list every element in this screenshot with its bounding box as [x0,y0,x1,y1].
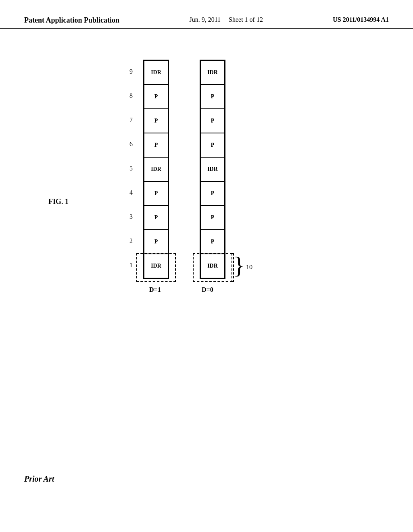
dashed-box-d0 [193,253,232,282]
label-10: 10 [246,264,252,271]
d1-frame-9: IDR [144,60,168,85]
d0-frame-2: P [200,230,225,254]
d1-frame-6: P [144,133,168,157]
row-num-9: 9 [125,60,137,84]
d0-frame-3: P [200,206,225,230]
row-num-1: 1 [125,253,137,277]
figure-label: FIG. 1 [48,197,69,206]
dashed-box-10 [230,253,234,282]
d1-frame-4: P [144,181,168,206]
row-num-8: 8 [125,84,137,108]
d1-frame-7: P [144,109,168,133]
d1-frame-3: P [144,206,168,230]
dashed-box-d1 [136,253,176,282]
row-num-2: 2 [125,229,137,253]
d0-frame-6: P [200,133,225,157]
d1-frame-5: IDR [144,157,168,181]
row-numbers: 1 2 3 4 5 6 7 8 9 [125,60,137,277]
header-date-sheet: Jun. 9, 2011 Sheet 1 of 12 [189,16,263,23]
page-header: Patent Application Publication Jun. 9, 2… [0,0,413,29]
row-num-5: 5 [125,156,137,181]
d0-frame-5: IDR [200,157,225,181]
row-num-7: 7 [125,108,137,132]
d0-frame-8: P [200,85,225,109]
publication-title: Patent Application Publication [24,16,119,25]
row-num-6: 6 [125,132,137,156]
prior-art-label: Prior Art [24,474,54,484]
column-d0: IDR P P P IDR P P P IDR [200,60,225,279]
diagram-area: 1 2 3 4 5 6 7 8 9 IDR P P P IDR P P P ID… [121,56,298,339]
d0-frame-4: P [200,181,225,206]
publication-date: Jun. 9, 2011 [189,16,221,23]
row-num-4: 4 [125,181,137,205]
d1-frame-8: P [144,85,168,109]
sheet-info: Sheet 1 of 12 [229,16,263,23]
d0-frame-7: P [200,109,225,133]
column-d1: IDR P P P IDR P P P IDR [143,60,169,279]
d1-frame-2: P [144,230,168,254]
d1-label: D=1 [149,286,161,293]
row-num-3: 3 [125,205,137,229]
d0-frame-9: IDR [200,60,225,85]
d0-label: D=0 [202,286,213,293]
publication-number: US 2011/0134994 A1 [333,16,389,23]
bracket-10: } [233,253,245,277]
